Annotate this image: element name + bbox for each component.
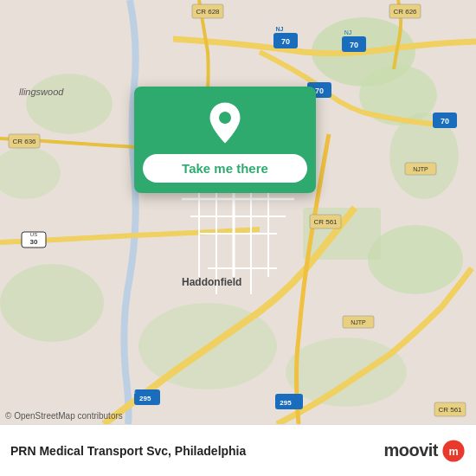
map-background: 70 NJ 70 NJ 70 70 US 30 I 295 295 CR 626… [0,0,476,424]
svg-text:CR 628: CR 628 [196,8,220,16]
location-name: PRN Medical Transport Svc, Philadelphia [10,444,383,458]
svg-text:NJTP: NJTP [413,166,428,172]
moovit-text: moovit [383,441,438,460]
location-pin-icon [206,100,244,145]
svg-text:70: 70 [281,37,290,46]
svg-text:US: US [30,232,37,237]
svg-text:NJ: NJ [276,26,284,32]
map-container: 70 NJ 70 NJ 70 70 US 30 I 295 295 CR 626… [0,0,476,424]
svg-text:m: m [448,445,458,457]
svg-text:30: 30 [30,238,38,246]
svg-text:CR 626: CR 626 [393,8,417,16]
svg-text:295: 295 [280,399,292,407]
svg-text:CR 636: CR 636 [12,138,36,145]
svg-text:70: 70 [315,87,324,95]
bottom-bar: PRN Medical Transport Svc, Philadelphia … [0,424,476,476]
svg-text:CR 561: CR 561 [313,218,338,226]
moovit-logo: moovit m [383,439,466,463]
svg-point-7 [0,264,104,342]
svg-text:NJTP: NJTP [351,319,366,325]
popup-overlay: Take me there [134,87,316,193]
svg-text:Haddonfield: Haddonfield [182,276,241,288]
svg-text:70: 70 [441,117,449,125]
svg-text:NJ: NJ [344,29,352,35]
svg-text:CR 561: CR 561 [438,406,462,414]
moovit-brand-icon: m [441,439,466,463]
svg-text:295: 295 [139,395,151,402]
svg-point-56 [219,112,231,124]
svg-point-10 [286,338,407,407]
bottom-info: PRN Medical Transport Svc, Philadelphia [10,444,383,458]
svg-text:llingswood: llingswood [19,87,64,97]
take-me-there-button[interactable]: Take me there [143,154,307,183]
svg-point-5 [26,74,113,134]
svg-point-4 [368,225,463,294]
svg-text:70: 70 [350,41,358,49]
map-attribution: © OpenStreetMap contributors [5,411,123,421]
